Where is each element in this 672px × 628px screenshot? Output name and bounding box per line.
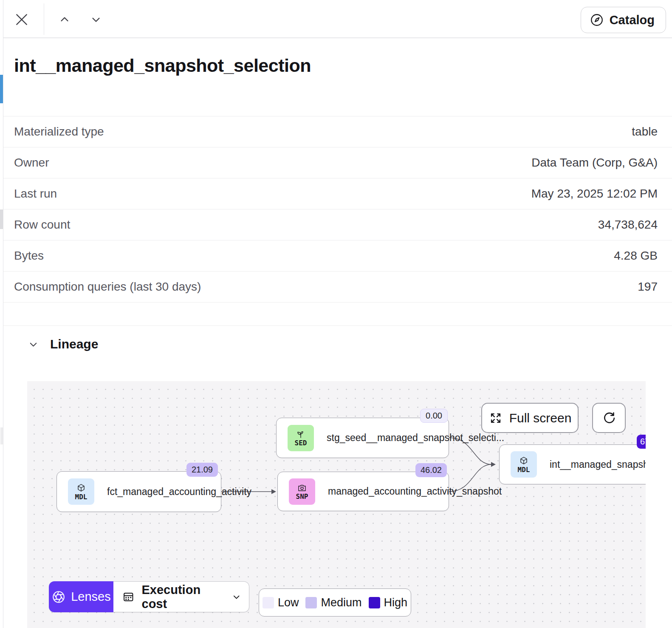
legend-swatch-medium (305, 597, 317, 608)
lenses-control: Lenses Execution cost (49, 581, 249, 612)
catalog-button-label: Catalog (610, 13, 655, 27)
lenses-button-label: Lenses (71, 590, 111, 604)
lineage-graph-canvas[interactable]: 21.09 MDL fct_managed_accounting_activit… (27, 381, 646, 628)
legend-label: Low (278, 596, 299, 609)
expand-icon (488, 411, 503, 425)
legend-label: Medium (321, 596, 361, 609)
node-type-label: MDL (75, 494, 88, 501)
fullscreen-button[interactable]: Full screen (481, 403, 579, 433)
lens-type-select[interactable]: Execution cost (113, 581, 249, 612)
metadata-value: May 23, 2025 12:02 PM (531, 187, 658, 201)
catalog-button[interactable]: Catalog (581, 7, 666, 33)
metadata-value: Data Team (Corp, G&A) (531, 156, 658, 170)
compass-icon (590, 13, 604, 27)
execution-cost-badge: 67 (637, 435, 646, 449)
refresh-button[interactable] (592, 403, 626, 433)
metadata-label: Row count (14, 218, 70, 232)
metadata-label: Last run (14, 187, 57, 201)
node-label: managed_accounting_activity_snapshot (328, 486, 502, 497)
legend-label: High (384, 596, 408, 609)
aperture-icon (51, 590, 66, 604)
close-icon (13, 11, 30, 28)
chevron-down-icon (90, 13, 102, 26)
catalog-detail-page: Catalog int__managed_snapshot_selection … (0, 0, 672, 628)
top-bar: Catalog (3, 0, 672, 38)
lineage-node-int-managed-snapshot-selection[interactable]: 67 MDL int__managed_snapshot_selection (499, 444, 646, 484)
title-section: int__managed_snapshot_selection (3, 38, 672, 116)
model-type-chip: MDL (68, 478, 94, 505)
collapse-chevron-icon (28, 339, 39, 350)
cost-legend: Low Medium High (259, 588, 411, 617)
detail-panel: Catalog int__managed_snapshot_selection … (3, 0, 672, 628)
metadata-label: Owner (14, 156, 49, 170)
lenses-button[interactable]: Lenses (49, 581, 113, 612)
section-divider (3, 325, 672, 326)
node-label: fct_managed_accounting_activity (107, 486, 251, 498)
execution-cost-badge: 46.02 (415, 463, 447, 477)
lineage-node-managed-accounting-activity-snapshot[interactable]: 46.02 SNP managed_accounting_activity_sn… (277, 472, 449, 511)
underlay-gray-bar (0, 209, 3, 229)
node-type-label: SNP (296, 493, 308, 500)
chevron-up-icon (58, 13, 71, 26)
model-type-chip: MDL (511, 451, 537, 478)
legend-swatch-high (369, 597, 380, 608)
execution-cost-badge: 0.00 (420, 409, 448, 423)
previous-item-button[interactable] (55, 11, 74, 28)
underlay-gray-bar (0, 427, 3, 444)
execution-cost-badge: 21.09 (186, 463, 218, 477)
node-label: int__managed_snapshot_selection (550, 459, 646, 470)
lineage-section-title: Lineage (50, 337, 98, 351)
lineage-node-fct-managed-accounting-activity[interactable]: 21.09 MDL fct_managed_accounting_activit… (56, 471, 221, 512)
underlay-blue-bar (0, 75, 3, 103)
metadata-label: Bytes (14, 249, 44, 263)
refresh-icon (601, 410, 617, 426)
metadata-label: Consumption queries (last 30 days) (14, 280, 201, 294)
table-grid-icon (122, 590, 135, 604)
next-item-button[interactable] (87, 11, 105, 28)
metadata-table: Materialized type table Owner Data Team … (3, 116, 672, 303)
node-label: stg_seed__managed_snapshot_selecti... (327, 432, 504, 444)
metadata-row: Owner Data Team (Corp, G&A) (3, 147, 672, 178)
metadata-value: 4.28 GB (614, 249, 658, 263)
node-type-label: MDL (518, 467, 530, 473)
metadata-value: 34,738,624 (598, 218, 658, 232)
node-type-label: SED (295, 440, 307, 447)
fullscreen-button-label: Full screen (509, 411, 572, 425)
snapshot-type-chip: SNP (289, 478, 315, 505)
camera-icon (297, 483, 307, 493)
metadata-row: Last run May 23, 2025 12:02 PM (3, 178, 672, 209)
cube-icon (76, 483, 86, 493)
metadata-row: Bytes 4.28 GB (3, 240, 672, 272)
legend-item-high: High (369, 596, 408, 609)
sprout-icon (296, 429, 306, 439)
lineage-node-stg-seed-managed-snapshot-selection[interactable]: 0.00 SED stg_seed__managed_snapshot_sele… (276, 418, 449, 458)
underlying-page-edge (0, 0, 3, 628)
metadata-value: 197 (638, 280, 658, 294)
lineage-section-toggle[interactable]: Lineage (28, 337, 672, 351)
cube-icon (519, 456, 529, 466)
metadata-label: Materialized type (14, 125, 104, 139)
topbar-divider (44, 3, 44, 35)
metadata-row: Consumption queries (last 30 days) 197 (3, 272, 672, 303)
metadata-row: Row count 34,738,624 (3, 209, 672, 240)
page-title: int__managed_snapshot_selection (14, 55, 661, 76)
seed-type-chip: SED (288, 425, 314, 451)
chevron-down-icon (232, 591, 241, 603)
lens-selected-label: Execution cost (142, 583, 220, 611)
legend-swatch-low (263, 597, 274, 608)
close-button[interactable] (11, 8, 33, 31)
legend-item-low: Low (263, 596, 299, 609)
metadata-value: table (632, 125, 658, 139)
metadata-row: Materialized type table (3, 116, 672, 147)
legend-item-medium: Medium (305, 596, 361, 609)
